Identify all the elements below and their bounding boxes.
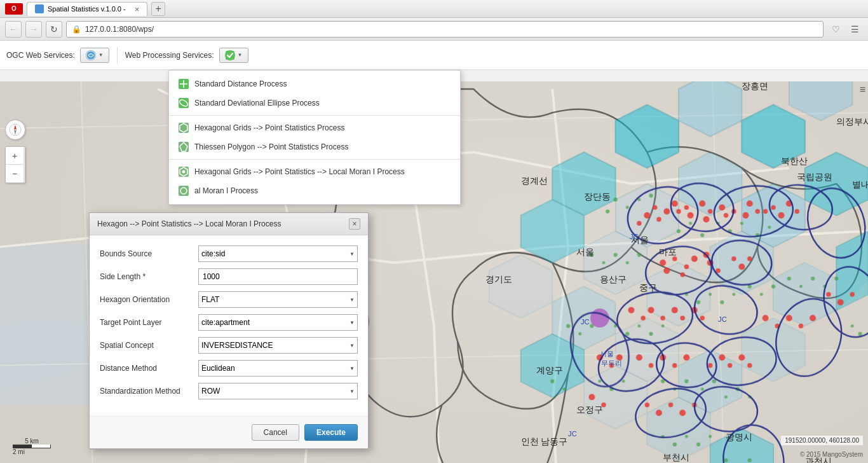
dialog-close-button[interactable]: × (349, 218, 360, 230)
target-point-layer-arrow: ▼ (349, 320, 355, 326)
cancel-button[interactable]: Cancel (252, 424, 299, 441)
url-display: 127.0.0.1:8080/wps/ (85, 25, 154, 34)
spatial-concept-arrow: ▼ (349, 343, 355, 349)
hexagon-orientation-arrow: ▼ (349, 297, 355, 303)
navigation-bar: ← → ↻ 🔒 127.0.0.1:8080/wps/ ♡ ☰ (0, 18, 868, 41)
title-bar-left: O Spatial Statistics v.1.0.0 - × + (5, 2, 165, 16)
nav-icons: ♡ ☰ (827, 21, 863, 38)
bounds-source-row: Bounds Source cite:sid ▼ (100, 245, 358, 262)
browser-tab[interactable]: Spatial Statistics v.1.0.0 - × (27, 2, 147, 16)
distance-method-row: Distance Method Euclidean ▼ (100, 360, 358, 377)
bounds-source-select[interactable]: cite:sid ▼ (198, 245, 358, 262)
distance-method-value: Euclidean (201, 364, 235, 373)
target-point-layer-select[interactable]: cite:apartment ▼ (198, 314, 358, 331)
distance-method-arrow: ▼ (349, 366, 355, 371)
side-length-row: Side Length * (100, 268, 358, 285)
standardization-method-arrow: ▼ (349, 389, 355, 394)
dialog-overlay: Hexagon --> Point Statistics --> Local M… (0, 41, 868, 463)
spatial-concept-row: Spatial Concept INVERSEDISTANCE ▼ (100, 337, 358, 354)
target-point-layer-row: Target Point Layer cite:apartment ▼ (100, 314, 358, 331)
side-length-label: Side Length * (100, 272, 198, 281)
reload-button[interactable]: ↻ (46, 21, 62, 38)
distance-method-select[interactable]: Euclidean ▼ (198, 360, 358, 377)
standardization-method-row: Standardization Method ROW ▼ (100, 383, 358, 399)
tab-close-button[interactable]: × (135, 4, 140, 14)
title-bar: O Spatial Statistics v.1.0.0 - × + (0, 0, 868, 18)
spatial-concept-select[interactable]: INVERSEDISTANCE ▼ (198, 337, 358, 354)
lock-icon: 🔒 (72, 25, 81, 34)
bounds-source-value: cite:sid (201, 249, 225, 258)
bookmark-button[interactable]: ♡ (827, 21, 844, 38)
target-point-layer-value: cite:apartment (201, 318, 250, 327)
opera-logo: O (5, 3, 23, 15)
bounds-source-label: Bounds Source (100, 249, 198, 258)
tab-favicon (35, 4, 44, 13)
dialog-title-bar: Hexagon --> Point Statistics --> Local M… (90, 213, 368, 235)
spatial-concept-value: INVERSEDISTANCE (201, 341, 273, 350)
side-length-input[interactable] (198, 268, 358, 285)
standardization-method-value: ROW (201, 387, 220, 396)
main-content: OGC Web Services: ▼ Web Processing Servi… (0, 41, 868, 463)
bounds-source-arrow: ▼ (349, 251, 355, 257)
address-bar[interactable]: 🔒 127.0.0.1:8080/wps/ (66, 21, 824, 38)
execute-button[interactable]: Execute (304, 424, 358, 441)
dialog-footer: Cancel Execute (90, 416, 368, 448)
hexagon-orientation-select[interactable]: FLAT ▼ (198, 291, 358, 308)
distance-method-label: Distance Method (100, 364, 198, 373)
new-tab-button[interactable]: + (151, 2, 165, 16)
hexagon-orientation-row: Hexagon Orientation FLAT ▼ (100, 291, 358, 308)
hexagon-orientation-label: Hexagon Orientation (100, 295, 198, 304)
tab-title: Spatial Statistics v.1.0.0 - (48, 5, 126, 13)
target-point-layer-label: Target Point Layer (100, 318, 198, 327)
standardization-method-label: Standardization Method (100, 387, 198, 396)
spatial-concept-label: Spatial Concept (100, 341, 198, 350)
dialog-body: Bounds Source cite:sid ▼ Side Length * H… (90, 235, 368, 416)
dialog-title: Hexagon --> Point Statistics --> Local M… (97, 219, 281, 228)
standardization-method-select[interactable]: ROW ▼ (198, 383, 358, 399)
hexagon-orientation-value: FLAT (201, 295, 219, 304)
hexagon-local-moran-dialog: Hexagon --> Point Statistics --> Local M… (89, 212, 369, 449)
browser-chrome: O Spatial Statistics v.1.0.0 - × + ← → ↻… (0, 0, 868, 41)
back-button[interactable]: ← (5, 21, 22, 38)
menu-button[interactable]: ☰ (846, 21, 863, 38)
forward-button[interactable]: → (25, 21, 42, 38)
